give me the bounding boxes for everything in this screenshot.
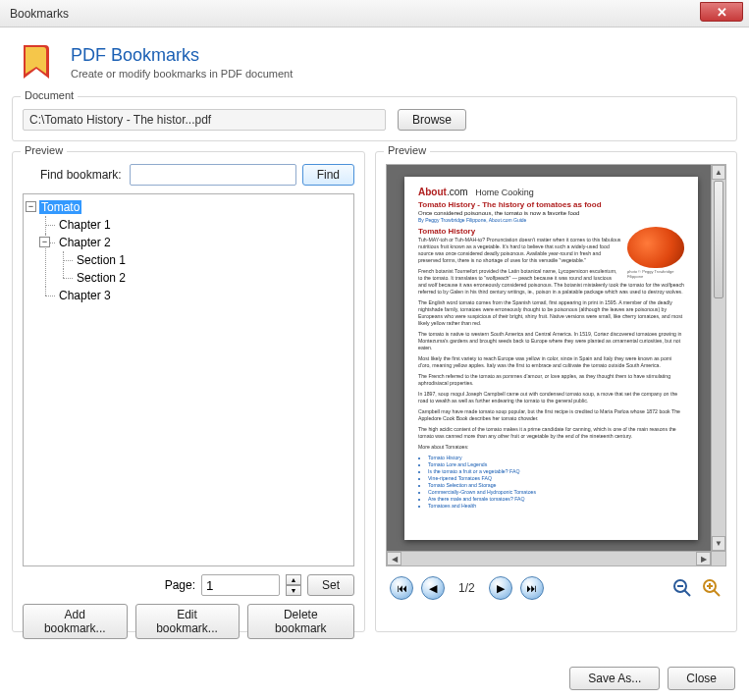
window-title: Bookmarks <box>10 7 69 21</box>
find-button[interactable]: Find <box>302 164 354 186</box>
doc-para: The high acidic content of the tomato ma… <box>418 426 684 440</box>
preview-pane: About.com Home Cooking Tomato History - … <box>386 164 726 566</box>
scroll-corner <box>711 551 725 565</box>
doc-logo: About.com <box>418 187 468 197</box>
doc-section: Home Cooking <box>475 188 534 197</box>
tree-node-chapter2[interactable]: Chapter 2 <box>57 236 113 249</box>
find-bookmark-label: Find bookmark: <box>40 168 122 182</box>
zoom-out-button[interactable] <box>671 577 693 599</box>
doc-para: Campbell may have made tomato soup popul… <box>418 408 684 422</box>
doc-links: Tomato History Tomato Lore and Legends I… <box>418 455 684 510</box>
svg-line-1 <box>684 590 690 596</box>
doc-link: Is the tomato a fruit or a vegetable? FA… <box>428 468 684 475</box>
doc-link: Tomato Selection and Storage <box>428 482 684 489</box>
page-indicator: 1/2 <box>458 581 475 595</box>
document-group: Document C:\Tomato History - The histor.… <box>12 96 737 141</box>
tree-toggle[interactable]: − <box>39 237 50 247</box>
doc-more: More about Tomatoes: <box>418 444 684 451</box>
page-preview-group: Preview About.com Home Cooking Tomato Hi… <box>375 151 737 632</box>
doc-para: In 1897, soup mogul Joseph Campbell came… <box>418 391 684 404</box>
browse-button[interactable]: Browse <box>398 109 466 131</box>
set-page-button[interactable]: Set <box>307 574 354 596</box>
preview-scrollbar-vertical[interactable]: ▲ ▼ <box>711 165 725 551</box>
doc-link: Tomatoes and Health <box>428 503 684 510</box>
doc-image: photo © Peggy Trowbridge Filippone <box>627 227 684 278</box>
doc-title: Tomato History - The history of tomatoes… <box>418 200 684 209</box>
doc-link: Commercially-Grown and Hydroponic Tomato… <box>428 489 684 496</box>
tree-node-root[interactable]: Tomato <box>39 200 81 214</box>
edit-bookmark-button[interactable]: Edit bookmark... <box>135 604 240 639</box>
doc-link: Are there male and female tomatoes? FAQ <box>428 496 684 503</box>
close-icon: ✕ <box>717 5 727 20</box>
delete-bookmark-button[interactable]: Delete bookmark <box>247 604 354 639</box>
bookmark-tree-group: Preview Find bookmark: Find − Tomato Cha… <box>12 151 365 632</box>
preview-page: About.com Home Cooking Tomato History - … <box>404 177 698 540</box>
doc-byline: By Peggy Trowbridge Filippone, About.com… <box>418 217 684 223</box>
last-page-button[interactable]: ⏭ <box>520 576 544 600</box>
doc-para: Most likely the first variety to reach E… <box>418 355 684 369</box>
scroll-thumb[interactable] <box>714 181 723 298</box>
page-spin-up[interactable]: ▲ <box>286 574 301 585</box>
scroll-right-icon[interactable]: ▶ <box>696 552 711 565</box>
doc-link: Vine-ripened Tomatoes FAQ <box>428 475 684 482</box>
zoom-out-icon <box>672 578 692 598</box>
doc-para: The tomato is native to western South Am… <box>418 331 684 351</box>
page-spin-down[interactable]: ▼ <box>286 585 301 596</box>
close-button[interactable]: Close <box>668 667 735 690</box>
doc-subtitle: Once considered poisonous, the tomato is… <box>418 210 684 216</box>
dialog-header: PDF Bookmarks Create or modify bookmarks… <box>16 41 733 82</box>
left-legend: Preview <box>21 144 67 156</box>
dialog-subtitle: Create or modify bookmarks in PDF docume… <box>71 68 293 80</box>
bookmark-tree[interactable]: − Tomato Chapter 1 − Chapter 2 Section 1… <box>23 193 354 566</box>
page-input[interactable] <box>201 574 280 596</box>
doc-link: Tomato Lore and Legends <box>428 461 684 468</box>
dialog-footer: Save As... Close <box>569 667 735 690</box>
right-legend: Preview <box>384 144 430 156</box>
doc-image-caption: photo © Peggy Trowbridge Filippone <box>627 269 684 279</box>
window-close-button[interactable]: ✕ <box>700 2 743 22</box>
find-bookmark-input[interactable] <box>130 164 296 186</box>
scroll-down-icon[interactable]: ▼ <box>712 536 725 551</box>
save-as-button[interactable]: Save As... <box>569 667 660 690</box>
next-page-button[interactable]: ▶ <box>489 576 512 600</box>
page-label: Page: <box>165 578 195 592</box>
tomato-icon <box>627 227 684 268</box>
document-legend: Document <box>21 89 78 101</box>
tree-node-section1[interactable]: Section 1 <box>75 253 128 267</box>
zoom-in-icon <box>702 578 722 598</box>
svg-line-4 <box>714 590 720 596</box>
tree-node-chapter3[interactable]: Chapter 3 <box>57 289 113 302</box>
first-page-button[interactable]: ⏮ <box>390 576 413 600</box>
tree-toggle[interactable]: − <box>26 201 36 212</box>
titlebar: Bookmarks ✕ <box>0 0 749 27</box>
prev-page-button[interactable]: ◀ <box>421 576 445 600</box>
zoom-in-button[interactable] <box>701 577 722 599</box>
tree-node-section2[interactable]: Section 2 <box>75 271 128 285</box>
add-bookmark-button[interactable]: Add bookmark... <box>23 604 128 639</box>
scroll-up-icon[interactable]: ▲ <box>712 165 725 180</box>
bookmark-icon <box>16 41 57 82</box>
doc-para: The English word tomato comes from the S… <box>418 299 684 327</box>
document-path-field: C:\Tomato History - The histor...pdf <box>23 109 386 131</box>
scroll-left-icon[interactable]: ◀ <box>387 552 401 565</box>
tree-node-chapter1[interactable]: Chapter 1 <box>57 218 113 232</box>
preview-scrollbar-horizontal[interactable]: ◀ ▶ <box>387 551 711 565</box>
doc-para: The French referred to the tomato as pom… <box>418 373 684 387</box>
dialog-title: PDF Bookmarks <box>71 45 293 66</box>
doc-link: Tomato History <box>428 455 684 461</box>
